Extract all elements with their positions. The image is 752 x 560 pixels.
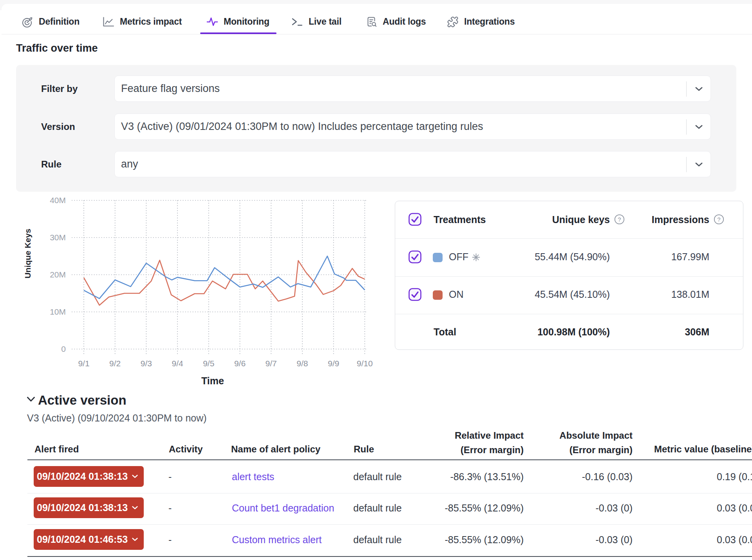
svg-text:9/2: 9/2: [109, 359, 121, 368]
svg-text:9/6: 9/6: [234, 359, 246, 368]
svg-text:0: 0: [61, 344, 66, 353]
svg-text:10M: 10M: [50, 307, 66, 316]
svg-text:9/5: 9/5: [203, 359, 214, 368]
svg-text:9/3: 9/3: [141, 359, 152, 368]
svg-text:30M: 30M: [50, 233, 66, 242]
svg-text:9/1: 9/1: [78, 359, 89, 368]
svg-text:9/7: 9/7: [266, 359, 277, 368]
svg-text:?: ?: [717, 216, 720, 223]
svg-text:40M: 40M: [50, 196, 66, 205]
svg-text:9/9: 9/9: [328, 359, 339, 368]
svg-text:Time: Time: [201, 375, 224, 386]
svg-text:9/4: 9/4: [172, 359, 183, 368]
svg-text:Unique Keys: Unique Keys: [23, 229, 32, 278]
svg-text:20M: 20M: [50, 270, 66, 279]
svg-text:9/8: 9/8: [296, 359, 308, 368]
svg-text:9/10: 9/10: [357, 359, 373, 368]
